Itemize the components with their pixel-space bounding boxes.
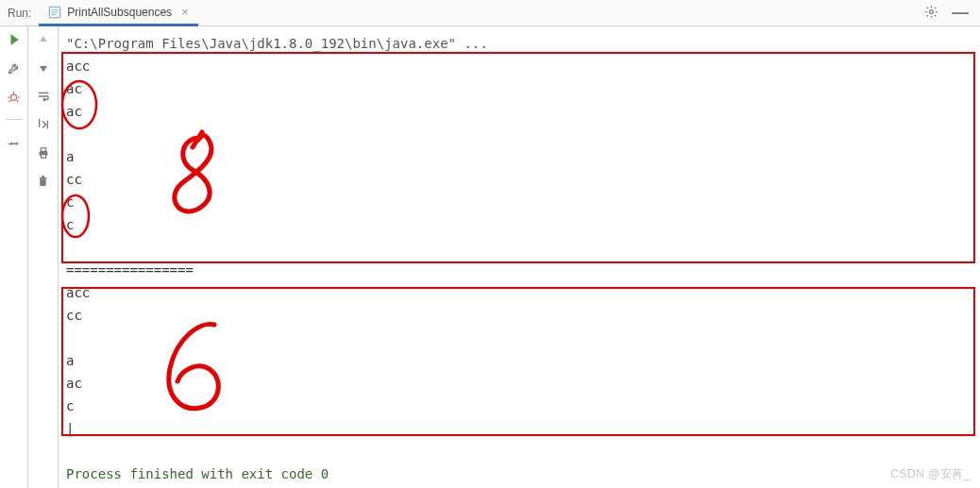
down-arrow-icon[interactable] — [36, 60, 51, 76]
pin-icon[interactable] — [7, 135, 22, 150]
wrench-icon[interactable] — [7, 60, 22, 76]
svg-line-9 — [9, 100, 11, 102]
svg-rect-12 — [41, 148, 45, 152]
left-gutter — [0, 26, 28, 488]
svg-point-5 — [10, 94, 16, 100]
run-label: Run: — [4, 7, 39, 20]
svg-rect-13 — [41, 155, 45, 159]
minimize-icon[interactable]: — — [946, 3, 974, 23]
up-arrow-icon[interactable] — [36, 32, 51, 47]
console-output[interactable]: "C:\Program Files\Java\jdk1.8.0_192\bin\… — [59, 26, 980, 485]
trash-icon[interactable] — [36, 174, 51, 189]
close-icon[interactable]: × — [181, 6, 189, 18]
scroll-to-end-icon[interactable] — [36, 117, 51, 132]
svg-rect-16 — [42, 176, 44, 177]
mid-gutter — [28, 26, 59, 488]
gear-icon[interactable] — [917, 5, 946, 22]
svg-point-4 — [930, 9, 934, 13]
svg-line-10 — [17, 100, 19, 102]
rerun-icon[interactable] — [7, 32, 22, 47]
svg-rect-15 — [39, 177, 46, 179]
java-file-icon — [48, 6, 61, 19]
watermark: CSDN @安苒_ — [890, 466, 971, 482]
bug-icon[interactable] — [7, 89, 22, 104]
print-icon[interactable] — [36, 145, 51, 160]
svg-rect-14 — [40, 179, 46, 186]
tab-label: PrintAllSubsquences — [67, 6, 172, 19]
soft-wrap-icon[interactable] — [36, 89, 51, 104]
tab-run-config[interactable]: PrintAllSubsquences × — [39, 1, 197, 26]
